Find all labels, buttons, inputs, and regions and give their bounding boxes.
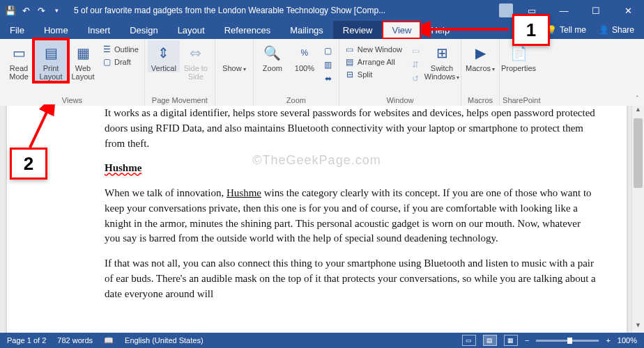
tab-file[interactable]: File [0, 21, 34, 39]
slider-knob[interactable] [567, 338, 572, 344]
zoom-in-icon[interactable]: + [606, 336, 610, 345]
print-layout-button[interactable]: ▤Print Layout [35, 40, 67, 81]
group-caption: Zoom [256, 95, 336, 106]
tab-references[interactable]: References [215, 21, 280, 39]
group-caption: Page Movement [148, 95, 212, 106]
tab-view[interactable]: View [382, 21, 421, 39]
tab-review[interactable]: Review [333, 21, 383, 39]
share-icon: 👤 [599, 25, 609, 35]
print-layout-icon: ▤ [41, 43, 61, 63]
switch-windows-button[interactable]: ⊞Switch Windows▾ [426, 40, 458, 81]
ribbon: ▭Read Mode ▤Print Layout ▦Web Layout ☰Ou… [0, 39, 644, 106]
vertical-button[interactable]: ⇕Vertical [148, 40, 180, 72]
group-zoom: 🔍Zoom %100% ▢ ▥ ⬌ Zoom [254, 39, 339, 106]
svg-line-1 [30, 108, 49, 148]
zoom-level[interactable]: 100% [618, 336, 637, 345]
arrow-2 [26, 104, 61, 153]
spellcheck-icon[interactable]: 📖 [104, 336, 114, 345]
callout-2: 2 [10, 148, 47, 180]
web-layout-button[interactable]: ▦Web Layout [67, 40, 99, 81]
tab-layout[interactable]: Layout [168, 21, 215, 39]
vertical-scrollbar[interactable]: ▲ ▼ [631, 106, 644, 333]
maximize-button[interactable]: ☐ [580, 0, 612, 21]
reset-pos-button: ↺ [408, 72, 423, 85]
chevron-down-icon: ▾ [492, 66, 495, 72]
quick-access-toolbar: 💾 ↶ ↷ ▾ [0, 4, 67, 17]
show-button[interactable]: Show▾ [218, 40, 250, 73]
outline-icon: ☰ [102, 45, 112, 54]
switch-icon: ⊞ [432, 43, 452, 63]
macros-button[interactable]: ▶Macros▾ [464, 40, 496, 73]
group-sharepoint: 📄Properties SharePoint [500, 39, 543, 106]
zoom-icon: 🔍 [263, 43, 282, 63]
document-area: ©TheGeekPage.com It works as a digital i… [0, 106, 644, 333]
share-button[interactable]: 👤Share [599, 25, 634, 35]
split-button[interactable]: ⊟Split [342, 68, 405, 81]
redo-icon[interactable]: ↷ [35, 4, 47, 17]
paragraph[interactable]: It works as a digital identifier, helps … [105, 106, 599, 151]
scroll-up-icon[interactable]: ▲ [632, 106, 644, 117]
close-button[interactable]: ✕ [612, 0, 644, 21]
scrollbar-thumb[interactable] [634, 118, 643, 188]
chevron-down-icon: ▾ [243, 66, 246, 72]
undo-icon[interactable]: ↶ [20, 4, 32, 17]
outline-button[interactable]: ☰Outline [99, 43, 141, 56]
view-side-button: ▭ [408, 45, 423, 57]
chevron-down-icon: ▾ [457, 74, 459, 81]
group-caption: SharePoint [503, 95, 540, 106]
window-title: 5 of our favorite mad gadgets from the L… [67, 6, 499, 15]
page-width-button[interactable]: ⬌ [321, 72, 336, 85]
read-mode-icon: ▭ [9, 43, 29, 63]
minimize-button[interactable]: — [548, 0, 580, 21]
language-indicator[interactable]: English (United States) [125, 336, 204, 345]
draft-button[interactable]: ▢Draft [99, 56, 141, 68]
group-window: ▭New Window ▤Arrange All ⊟Split ▭ ⇵ ↺ ⊞S… [339, 39, 461, 106]
new-window-icon: ▭ [345, 45, 355, 54]
callout-1: 1 [512, 14, 550, 46]
side-icon: ⇔ [186, 43, 206, 63]
paragraph[interactable]: If that was not all, you can also connec… [105, 256, 599, 301]
arrange-icon: ▤ [345, 57, 355, 67]
status-bar: Page 1 of 2 782 words 📖 English (United … [0, 333, 644, 348]
page-indicator[interactable]: Page 1 of 2 [7, 336, 46, 345]
tab-home[interactable]: Home [34, 21, 78, 39]
tab-mailings[interactable]: Mailings [280, 21, 333, 39]
group-show: Show▾ [215, 39, 254, 106]
group-page-movement: ⇕Vertical ⇔Side to Side Page Movement [145, 39, 215, 106]
one-page-button[interactable]: ▢ [321, 45, 336, 57]
paragraph[interactable]: When we talk of innovation, Hushme wins … [105, 186, 599, 246]
collapse-ribbon-icon[interactable]: ˆ [636, 95, 638, 103]
web-view-icon[interactable]: ▦ [504, 335, 518, 346]
page-paper[interactable]: ©TheGeekPage.com It works as a digital i… [7, 106, 627, 333]
zoom-100-button[interactable]: %100% [289, 40, 321, 72]
tab-design[interactable]: Design [120, 21, 167, 39]
scroll-down-icon[interactable]: ▼ [632, 322, 644, 333]
properties-icon: 📄 [509, 43, 528, 63]
page-width-icon: ⬌ [323, 74, 333, 84]
arrow-1 [422, 21, 512, 42]
print-view-icon[interactable]: ▤ [483, 335, 497, 346]
zoom-slider[interactable] [536, 340, 599, 342]
qat-menu-icon[interactable]: ▾ [50, 4, 63, 17]
sync-scroll-button: ⇵ [408, 58, 423, 71]
vertical-icon: ⇕ [154, 43, 174, 63]
group-caption: Window [342, 95, 458, 106]
tab-insert[interactable]: Insert [78, 21, 121, 39]
group-caption: Macros [464, 95, 496, 106]
one-page-icon: ▢ [323, 46, 333, 56]
save-icon[interactable]: 💾 [4, 4, 17, 17]
multi-page-button[interactable]: ▥ [321, 58, 336, 71]
read-mode-button[interactable]: ▭Read Mode [3, 40, 35, 81]
word-count[interactable]: 782 words [57, 336, 93, 345]
read-mode-view-icon[interactable]: ▭ [462, 335, 476, 346]
side-to-side-button: ⇔Side to Side [180, 40, 212, 81]
account-avatar[interactable] [499, 3, 513, 17]
zoom-button[interactable]: 🔍Zoom [256, 40, 289, 72]
group-views: ▭Read Mode ▤Print Layout ▦Web Layout ☰Ou… [0, 39, 145, 106]
new-window-button[interactable]: ▭New Window [342, 43, 405, 56]
arrange-all-button[interactable]: ▤Arrange All [342, 56, 405, 68]
zoom-out-icon[interactable]: − [525, 336, 529, 345]
tell-me[interactable]: 💡Tell me [546, 25, 586, 35]
multi-page-icon: ▥ [323, 60, 333, 70]
heading[interactable]: Hushme [105, 161, 599, 176]
